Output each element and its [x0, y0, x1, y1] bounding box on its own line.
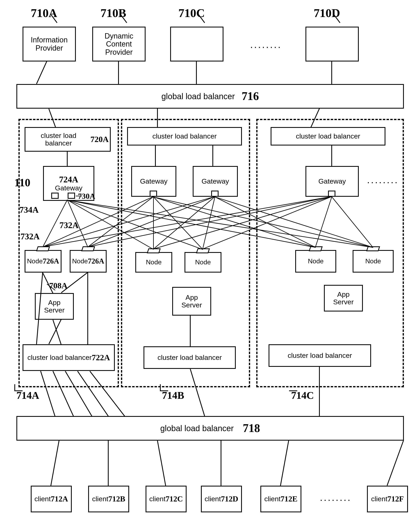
client-0: client712A	[31, 486, 72, 512]
clb-bot-a-ref: 722A	[92, 353, 110, 362]
dots-gateways: ........	[367, 174, 399, 185]
edge-ref-b: 732A	[60, 220, 79, 230]
provider-box-0: InformationProvider	[22, 27, 76, 61]
cluster-a-leftref: 110	[14, 176, 30, 189]
clb-top-a-ref: 720A	[90, 135, 109, 144]
client-3-ref: 712D	[221, 495, 238, 503]
app-b: AppServer	[172, 287, 211, 316]
app-c: AppServer	[324, 285, 363, 311]
app-a-ref: 708A	[49, 281, 67, 290]
gateway-a-port-left	[51, 193, 59, 199]
node-5: Node	[353, 250, 394, 273]
node-1: Node726A	[70, 250, 107, 273]
client-0-ref: 712A	[51, 495, 68, 503]
gateway-a-topref: 724A	[59, 175, 78, 184]
client-5-ref: 712F	[387, 495, 404, 503]
clb-top-a: cluster load balancer720A	[25, 127, 111, 152]
client-1: client712B	[88, 486, 129, 512]
glb-top: global load balancer 716	[16, 84, 404, 109]
gateway-a-port-right	[68, 193, 75, 199]
dots-clients: ........	[320, 492, 352, 503]
client-5: client712F	[367, 486, 408, 512]
client-3: client712D	[201, 486, 242, 512]
clb-top-b: cluster load balancer	[127, 127, 242, 145]
clb-top-c: cluster load balancer	[271, 127, 386, 145]
client-4: client712E	[260, 486, 301, 512]
clb-bot-c: cluster load balancer	[269, 344, 371, 367]
node-3: Node	[185, 252, 221, 273]
provider-box-2	[170, 27, 223, 61]
glb-top-ref: 716	[242, 90, 259, 103]
gateway-a-leftport-ref: 734A	[20, 205, 39, 215]
node-4: Node	[295, 250, 336, 273]
client-2: client712C	[146, 486, 187, 512]
client-4-ref: 712E	[281, 495, 297, 503]
clb-bot-a: cluster load balancer722A	[22, 344, 115, 371]
edge-ref-a: 732A	[21, 232, 40, 241]
gateway-b2-port	[211, 191, 219, 197]
dots-providers: ........	[250, 39, 282, 50]
glb-bot-ref: 718	[243, 422, 260, 435]
node-0-ref: 726A	[43, 257, 59, 265]
node-0: Node726A	[25, 250, 62, 273]
glb-top-label: global load balancer	[161, 92, 235, 101]
node-2: Node	[135, 252, 172, 273]
clb-bot-b: cluster load balancer	[144, 346, 236, 369]
client-1-ref: 712B	[108, 495, 125, 503]
gateway-c-port	[328, 191, 335, 197]
provider-box-1: DynamicContentProvider	[92, 27, 146, 61]
gateway-b1-port	[150, 191, 157, 197]
glb-bot-label: global load balancer	[160, 424, 234, 433]
glb-bot: global load balancer 718	[16, 416, 404, 440]
node-1-ref: 726A	[88, 257, 104, 265]
client-2-ref: 712C	[166, 495, 183, 503]
provider-box-3	[305, 27, 359, 61]
